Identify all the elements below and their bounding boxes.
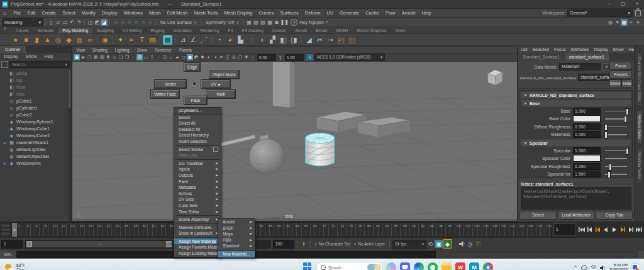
save-scene-icon[interactable]: ▭ — [62, 19, 69, 26]
ae-menu-list[interactable]: List — [518, 47, 530, 52]
svg-tool-icon[interactable]: ▤ — [148, 35, 157, 45]
select-hierarchy-icon[interactable]: ◫ — [87, 19, 94, 26]
animation-end-field[interactable]: 200 — [273, 240, 294, 249]
menu-uv[interactable]: UV — [323, 10, 336, 16]
hide-button[interactable]: Hide — [621, 79, 633, 87]
attribute-slider[interactable] — [605, 155, 627, 161]
weather-widget[interactable]: 63°F Clear — [5, 263, 25, 270]
outliner-scrollbar[interactable] — [68, 69, 71, 222]
current-frame-field[interactable]: 1 — [553, 223, 576, 236]
volume-icon[interactable] — [600, 265, 606, 270]
poly-super-shape-icon[interactable]: ◉ — [101, 35, 110, 45]
attribute-slider[interactable] — [605, 171, 627, 177]
menu-item-brdf[interactable]: BRDF▶ — [218, 225, 255, 232]
character-set-selector[interactable]: ▾No Character Set — [313, 240, 352, 248]
auto-keyframe-icon[interactable]: ◆ — [443, 239, 452, 249]
xray-icon[interactable]: ▢ — [237, 54, 243, 60]
slider-handle[interactable] — [624, 116, 627, 123]
menu-curves[interactable]: Curves — [255, 10, 277, 16]
explorer-app-icon[interactable] — [441, 262, 452, 270]
ae-menu-show[interactable]: Show — [611, 47, 626, 52]
bridge-icon[interactable]: ◧ — [279, 35, 288, 45]
smooth-icon[interactable]: ◖ — [257, 35, 267, 45]
poly-cube-icon[interactable]: ■ — [21, 35, 31, 45]
frame-all-icon[interactable]: ❏ — [118, 54, 124, 60]
select-button[interactable]: Select — [519, 211, 557, 220]
home-icon[interactable]: ⌂ — [3, 10, 6, 16]
shelf-tab-rigging[interactable]: Rigging — [147, 28, 169, 33]
outliner-item-windowspcube2[interactable]: ◈WindowspCube2 — [0, 132, 71, 139]
viewport-menu-shading[interactable]: Shading — [89, 48, 111, 52]
range-end-handle[interactable]: 120 — [166, 241, 172, 247]
shelf-tab-motion-graphics[interactable]: Motion Graphics — [352, 28, 391, 33]
copy-tab-button[interactable]: Copy Tab — [596, 211, 633, 220]
menu-item-pbr[interactable]: PBR▶ — [218, 237, 255, 244]
camera-attributes-icon[interactable]: ▢ — [86, 54, 92, 60]
taskbar-search[interactable]: Search — [316, 262, 383, 270]
menu-arnold[interactable]: Arnold — [399, 10, 419, 16]
attribute-slider[interactable] — [605, 164, 627, 169]
multi-cut-icon[interactable]: ✂ — [315, 35, 325, 45]
checkbox[interactable] — [213, 147, 218, 152]
grid-toggle-icon[interactable]: ⊞ — [136, 54, 143, 60]
boolean-union-icon[interactable]: ◔ — [214, 35, 224, 45]
color-management-icon[interactable]: ◖ — [306, 54, 313, 60]
textured-mode-icon[interactable]: ◩ — [193, 54, 199, 60]
attribute-slider[interactable] — [605, 108, 627, 114]
data-model-selector[interactable]: MaterialX — [559, 63, 601, 70]
menu-item-assign-new-material[interactable]: Assign New Material▶ — [174, 239, 221, 245]
marking-menu-edge[interactable]: Edge — [184, 63, 200, 71]
viewport-menu-panels[interactable]: Panels — [175, 48, 196, 52]
loop-mode-icon[interactable]: ⟲ — [426, 240, 435, 248]
safe-title-icon[interactable]: ▰ — [174, 54, 180, 60]
menu-item-material-attributes[interactable]: Material Attributes... — [174, 225, 221, 231]
slider-handle[interactable] — [604, 124, 608, 131]
menu-item-metadata[interactable]: Metadata▶ — [174, 184, 221, 191]
menu-item-select-all[interactable]: Select All — [174, 120, 221, 127]
menu-windows[interactable]: Windows — [121, 10, 146, 16]
side-tab-attribute-editor[interactable]: Attribute Editor — [636, 110, 643, 144]
menu-help[interactable]: Help — [418, 10, 434, 16]
shelf-tab-custom[interactable]: Custom — [268, 28, 291, 33]
shelf-tab-fx-caching[interactable]: FX Caching — [238, 28, 268, 33]
expand-icon[interactable]: ⊞ — [2, 140, 8, 145]
outliner-item-top[interactable]: ◧top — [0, 77, 71, 84]
snap-curve-icon[interactable]: ∩ — [119, 19, 126, 26]
clock-widget[interactable]: 8:39 PM 11/20/2025 — [609, 263, 628, 270]
outliner-item-pcylinder1[interactable]: ◇pCylinder1 — [0, 104, 71, 111]
poly-disc-icon[interactable]: ◍ — [75, 35, 84, 45]
shelf-tab-animation[interactable]: Animation — [169, 28, 196, 33]
filter-icon[interactable] — [1, 61, 8, 68]
make-live-icon[interactable]: ∩ — [147, 19, 153, 26]
viewport-menu-renderer[interactable]: Renderer — [151, 48, 175, 52]
combine-icon[interactable]: ▙ — [236, 35, 245, 45]
poly-count-icon[interactable]: ▦ — [163, 35, 172, 45]
attribute-slider[interactable] — [605, 132, 627, 137]
side-tab-channel-box-layer-editor[interactable]: Channel Box / Layer Editor — [636, 52, 643, 106]
outliner-item-front[interactable]: ◧front — [0, 84, 71, 91]
menu-item-assign-existing-material[interactable]: Assign Existing Material▶ — [174, 250, 221, 257]
start-button[interactable] — [303, 262, 313, 270]
shelf-tab-bifrost[interactable]: Bifrost — [311, 28, 331, 33]
slider-handle[interactable] — [609, 164, 612, 171]
menu-item-new-material[interactable]: New Material... — [218, 251, 255, 257]
edge-app-icon[interactable] — [414, 262, 424, 270]
bookmark-star-icon[interactable]: ✶ — [614, 19, 621, 26]
go-to-end-button[interactable] — [635, 225, 643, 235]
maya-app-icon[interactable]: M — [469, 262, 479, 270]
menu-item-standard[interactable]: Standard▶ — [218, 243, 255, 249]
measure-distance-icon[interactable]: ⊿ — [178, 35, 187, 45]
depth-of-field-icon[interactable]: ◎ — [231, 54, 237, 60]
marking-menu-face[interactable]: Face — [184, 96, 207, 104]
image-plane-icon[interactable]: ▥ — [99, 54, 105, 60]
slider-handle[interactable] — [608, 171, 611, 178]
attribute-value-field[interactable]: 0.000 — [573, 131, 601, 138]
menu-item-inputs[interactable]: Inputs▶ — [174, 166, 221, 172]
menu-item-select-similar[interactable]: Select Similar — [174, 147, 221, 153]
insert-edge-loop-icon[interactable]: ◫ — [347, 35, 357, 45]
outliner-item-windowsrn[interactable]: ⊞◆WindowsRN — [0, 160, 71, 167]
wps-app-icon[interactable]: W — [455, 262, 465, 270]
attribute-value-field[interactable]: 1.500 — [573, 171, 601, 177]
prev-key-button[interactable] — [594, 225, 602, 235]
outliner-menu-display[interactable]: Display — [0, 54, 22, 59]
